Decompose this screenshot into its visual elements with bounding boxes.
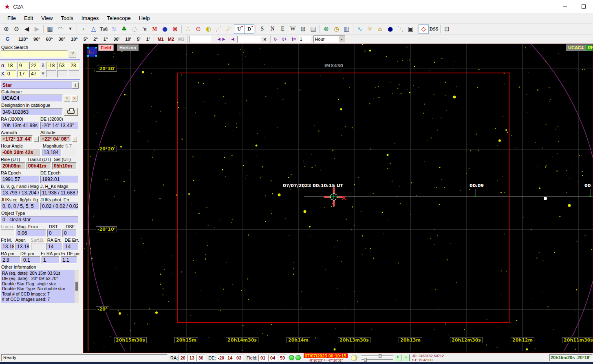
menu-tools[interactable]: Tools (57, 14, 77, 22)
comets-button[interactable]: ☄ (224, 24, 234, 34)
ecliptic-ellipse-button[interactable]: ◌ (129, 24, 139, 34)
uranus-labels-button[interactable]: U (234, 24, 244, 34)
time-unit-select[interactable]: Hour ▼ (313, 35, 345, 43)
guide-button[interactable]: G (2, 36, 13, 42)
clock-settings-button[interactable]: ◷ (331, 24, 342, 34)
object-search-input[interactable] (189, 36, 212, 43)
fov-1-button[interactable]: 1° (101, 37, 111, 42)
fov-1-button[interactable]: 1' (143, 37, 153, 42)
orientation-compass[interactable] (84, 45, 100, 60)
menu-telescope[interactable]: Telescope (103, 14, 135, 22)
east-button[interactable]: E (278, 24, 288, 34)
nebula-button[interactable]: ⊙ (193, 24, 203, 34)
x-field-1[interactable] (18, 70, 28, 77)
minimize-button[interactable] (556, 0, 574, 13)
west-button[interactable]: W (288, 24, 298, 34)
fov-60-button[interactable]: 60° (43, 37, 56, 42)
other-info-scrollbar[interactable] (75, 270, 79, 303)
camera-button[interactable]: ▣ (406, 24, 416, 34)
delta-field-0[interactable] (46, 62, 56, 69)
time-minus-button[interactable]: t- (272, 36, 280, 42)
azimuth-more-button[interactable]: . (34, 136, 39, 142)
sky-canvas[interactable] (84, 44, 593, 351)
x-field-2[interactable] (29, 70, 40, 77)
display-panel-button[interactable]: ▥ (342, 24, 352, 34)
mark-m1-button[interactable]: M1 (155, 37, 165, 42)
cross-pattern-button[interactable]: ⊠ (170, 24, 180, 34)
menu-images[interactable]: Images (77, 14, 103, 22)
coordinate-labels-button[interactable]: 'α (139, 24, 150, 34)
fov-30-button[interactable]: 30° (55, 37, 68, 42)
constellation-names-button[interactable]: Taü (99, 24, 109, 34)
flip-horizontal-icon[interactable]: ◄► (214, 36, 228, 42)
catalog-tab-ucac4[interactable]: UCAC4 (566, 44, 586, 51)
catalog-tab-rng[interactable]: RNG (586, 44, 593, 51)
sky-chart[interactable]: FieldHorizonUCAC4RNG-20°30'-20°20'-20°10… (83, 44, 593, 353)
north-button[interactable]: N (267, 24, 278, 34)
x-field-0[interactable] (6, 70, 16, 77)
dome-view-button[interactable]: ◠ (55, 24, 65, 34)
delta-field-2[interactable] (69, 62, 79, 69)
chevron-down-icon[interactable]: ▼ (339, 36, 345, 42)
menu-file[interactable]: File (3, 14, 20, 22)
menu-view[interactable]: View (37, 14, 57, 22)
sun-button[interactable]: ☼ (365, 24, 375, 34)
speed-slider[interactable] (362, 358, 393, 361)
history-forward-button[interactable]: ▶ (32, 24, 42, 34)
time-set-button[interactable]: t= (289, 36, 299, 42)
mark-m3-button[interactable]: M3 (176, 37, 186, 42)
earth-map-button[interactable]: ⊛ (321, 24, 331, 34)
fov-5-button[interactable]: 5° (81, 37, 91, 42)
night-vision-button[interactable]: ● (385, 24, 395, 34)
fov-10-button[interactable]: 10' (122, 37, 134, 42)
menu-edit[interactable]: Edit (20, 14, 37, 22)
tab-field[interactable]: Field (98, 44, 114, 51)
fov-90-button[interactable]: 90° (31, 37, 43, 42)
delta-field-1[interactable] (57, 62, 68, 69)
flip-vertical-icon[interactable]: ◄ (228, 36, 237, 42)
dwarf-labels-button[interactable]: D (244, 24, 254, 34)
scrollbar-thumb[interactable] (75, 282, 78, 291)
speed-slider-thumb[interactable] (364, 358, 367, 362)
variable-curve-button[interactable]: ∿ (355, 24, 365, 34)
history-back-button[interactable]: ◀ (22, 24, 32, 34)
alpha-field-1[interactable] (18, 62, 28, 69)
constellation-lines-button[interactable]: △ (88, 24, 99, 34)
dss-image-button[interactable]: DSS (429, 24, 439, 34)
time-step-input[interactable] (299, 36, 311, 43)
menu-help[interactable]: Help (135, 14, 154, 22)
milky-way-button[interactable]: ≋ (109, 24, 119, 34)
maximize-button[interactable] (574, 0, 593, 13)
landscape-button[interactable]: ♣ (119, 24, 129, 34)
sidebar-splitter[interactable] (80, 44, 83, 353)
dome-dropdown-button[interactable]: ▼ (65, 24, 75, 34)
catalogue-swap-button[interactable]: × (64, 95, 70, 101)
asteroids-button[interactable]: ⋰ (214, 24, 224, 34)
south-button[interactable]: S (257, 24, 267, 34)
datetime-block[interactable]: 07/07/2023 00:10:15 +8°28'23'' / +47°20'… (304, 353, 348, 362)
quick-search-input[interactable] (1, 50, 68, 57)
daylight-dome-button[interactable]: ⌂ (375, 24, 385, 34)
fov-10-button[interactable]: 10° (68, 37, 81, 42)
zoom-in-button[interactable]: ⊕ (1, 24, 11, 34)
alpha-field-2[interactable] (29, 62, 40, 69)
search-help-button[interactable]: ? (69, 50, 76, 57)
ccd-frame-button[interactable]: ◇ (419, 24, 429, 34)
tab-horizon[interactable]: Horizon (117, 44, 139, 51)
datetime-value[interactable]: 07/07/2023 00:10:15 (304, 353, 348, 358)
clear-filter-button[interactable]: × (261, 36, 269, 42)
print-button[interactable] (64, 108, 78, 116)
time-plus-button[interactable]: t+ (280, 36, 289, 42)
fov-5-button[interactable]: 5' (134, 37, 143, 42)
altitude-more-button[interactable]: . (72, 136, 77, 142)
deep-sky-button[interactable]: ● (160, 24, 170, 34)
fov-30-button[interactable]: 30' (110, 37, 122, 42)
fov-120-button[interactable]: 120° (15, 37, 31, 42)
star-cluster-button[interactable]: ∴ (183, 24, 193, 34)
alpha-field-0[interactable] (6, 62, 16, 69)
horizon-box-button[interactable]: ▤ (308, 24, 318, 34)
time-slider[interactable] (362, 355, 393, 357)
fov-2-button[interactable]: 2° (90, 37, 101, 42)
time-slider-thumb[interactable] (379, 354, 381, 358)
time-back-button[interactable]: - (403, 354, 410, 361)
